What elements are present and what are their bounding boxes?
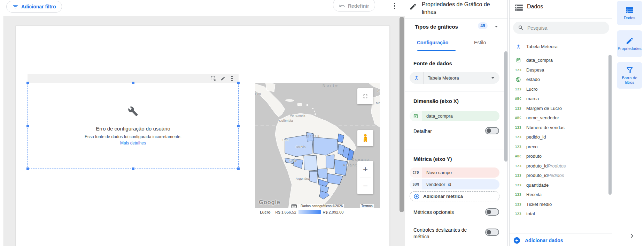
geo-map-chart[interactable]: Norte xico Venezuela Colômbia Peru Brasi…: [255, 83, 380, 208]
field-row[interactable]: 123produto_idPedidos: [510, 171, 612, 180]
rail-barra-de-filtros-label: Barra de filtros: [618, 76, 642, 85]
right-rail: Dados Propriedades Barra de filtros: [615, 0, 644, 246]
chart-kebab-icon[interactable]: [230, 76, 234, 81]
field-row[interactable]: data_compra: [510, 55, 612, 65]
field-row[interactable]: 123produto_idProdutos: [510, 161, 612, 171]
data-source-item[interactable]: Tabela Meteora: [510, 41, 612, 52]
field-label: estado: [526, 77, 540, 82]
number-icon: 123: [514, 87, 523, 91]
rail-propriedades-label: Propriedades: [618, 46, 641, 51]
chart-types-expander[interactable]: Tipos de gráficos 49: [405, 18, 507, 36]
field-row[interactable]: 123total: [510, 209, 612, 219]
search-input[interactable]: [527, 25, 597, 31]
field-row[interactable]: 123Margem de Lucro: [510, 104, 612, 113]
add-filter-button[interactable]: Adicionar filtro: [6, 1, 62, 13]
field-search-box[interactable]: [513, 22, 609, 34]
divider: [405, 91, 507, 91]
add-data-button[interactable]: Adicionar dados: [510, 234, 612, 246]
reset-button[interactable]: Redefinir: [333, 0, 375, 12]
keyboard-shortcuts-icon[interactable]: [289, 204, 298, 208]
collapse-panel-chevron-icon[interactable]: [628, 232, 636, 240]
field-row[interactable]: 123Ticket médio: [510, 200, 612, 209]
edit-pencil-icon: [409, 3, 417, 10]
add-metric-button[interactable]: Adicionar métrica: [410, 191, 499, 201]
google-logo: Google: [259, 199, 280, 206]
divider: [510, 18, 612, 18]
map-copyright: Dados cartográficos ©2026: [299, 204, 344, 208]
field-row[interactable]: 123pedido_id: [510, 132, 612, 142]
field-label: marca: [526, 96, 539, 101]
more-options-kebab-icon[interactable]: [390, 1, 399, 11]
field-row[interactable]: estado: [510, 75, 612, 84]
search-icon: [518, 25, 524, 31]
data-panel-scrollbar[interactable]: [608, 55, 612, 195]
looker-studio-app: Adicionar filtro Redefinir: [0, 0, 644, 246]
tab-configuracao[interactable]: Configuração: [417, 40, 448, 45]
data-storage-icon: [626, 6, 634, 14]
metric-sliders-toggle[interactable]: [485, 229, 499, 236]
metric-field-name: Novo campo: [422, 170, 452, 175]
field-row[interactable]: 123quantidade: [510, 180, 612, 190]
optional-metrics-toggle[interactable]: [485, 208, 499, 216]
calendar-icon: [410, 111, 422, 121]
rail-propriedades-button[interactable]: Propriedades: [617, 30, 642, 57]
aggregation-badge: CTD: [410, 167, 422, 178]
text-icon: ABC: [514, 116, 523, 120]
properties-header: Propriedades de Gráfico de linhas: [405, 0, 507, 18]
metric-chip[interactable]: SUM vendedor_id: [410, 179, 499, 189]
number-icon: 123: [514, 106, 523, 110]
field-row[interactable]: 123Lucro: [510, 84, 612, 94]
properties-scrollbar[interactable]: [504, 51, 507, 162]
data-panel: Dados Tabela Meteora data_compra123Despe…: [509, 0, 612, 246]
field-row[interactable]: 123preco: [510, 142, 612, 152]
field-row[interactable]: 123Despesa: [510, 65, 612, 75]
canvas-vertical-scrollbar[interactable]: [399, 17, 404, 212]
legend-gradient-bar: [298, 210, 321, 214]
metric-chip-error[interactable]: CTD Novo campo: [410, 167, 499, 178]
zoom-out-button[interactable]: −: [357, 178, 373, 194]
data-source-selector[interactable]: Tabela Meteora: [410, 72, 499, 84]
edit-pencil-icon[interactable]: [220, 75, 226, 82]
map-legend: Lucro R$ 1.656,52 R$ 2.092,00: [260, 209, 343, 215]
data-source-name: Tabela Meteora: [424, 75, 491, 81]
calendar-icon: [514, 58, 523, 63]
field-row[interactable]: 123Número de vendas: [510, 123, 612, 133]
marquee-select-icon[interactable]: [210, 75, 216, 82]
merge-datasource-icon: [410, 72, 424, 84]
map-terms-link[interactable]: Termos: [360, 204, 374, 208]
chart-types-label: Tipos de gráficos: [415, 24, 458, 30]
zoom-in-button[interactable]: +: [357, 161, 373, 178]
dimension-field-chip[interactable]: data_compra: [410, 111, 499, 121]
aggregation-badge: SUM: [410, 179, 422, 189]
field-row[interactable]: 123Receita: [510, 190, 612, 200]
map-label-chile: Chile: [289, 159, 297, 163]
field-label: data_compra: [526, 58, 553, 63]
edit-pencil-icon: [626, 37, 634, 45]
field-row[interactable]: ABCmarca: [510, 94, 612, 104]
pegman-streetview-button[interactable]: [357, 130, 373, 146]
legend-max-value: R$ 2.092,00: [323, 210, 344, 214]
canvas-workarea: Erro de configuração do usuário Essa fon…: [3, 16, 405, 246]
legend-metric-label: Lucro: [260, 210, 271, 214]
map-label-africa-bottom: Ma: [376, 101, 380, 105]
globe-icon: [514, 77, 523, 82]
number-icon: 123: [514, 126, 523, 129]
field-row[interactable]: ABCnome_vendedor: [510, 113, 612, 123]
plus-circle-icon: [413, 193, 420, 200]
optional-metrics-label: Métricas opcionais: [413, 209, 454, 215]
field-label: Despesa: [526, 67, 544, 73]
data-storage-icon: [514, 3, 523, 12]
field-row[interactable]: ABCproduto: [510, 151, 612, 161]
number-icon: 123: [514, 202, 523, 206]
rail-dados-button[interactable]: Dados: [617, 1, 642, 25]
add-filter-label: Adicionar filtro: [21, 4, 56, 9]
tab-estilo[interactable]: Estilo: [474, 40, 486, 45]
rail-barra-de-filtros-button[interactable]: Barra de filtros: [617, 62, 642, 89]
drill-toggle[interactable]: [485, 127, 499, 134]
text-icon: ABC: [514, 97, 523, 100]
map-fullscreen-button[interactable]: [357, 88, 373, 104]
text-icon: ABC: [514, 154, 523, 158]
legend-min-value: R$ 1.656,52: [276, 210, 296, 214]
metric-field-name: vendedor_id: [422, 182, 451, 187]
error-details-link[interactable]: Mais detalhes: [120, 141, 146, 146]
